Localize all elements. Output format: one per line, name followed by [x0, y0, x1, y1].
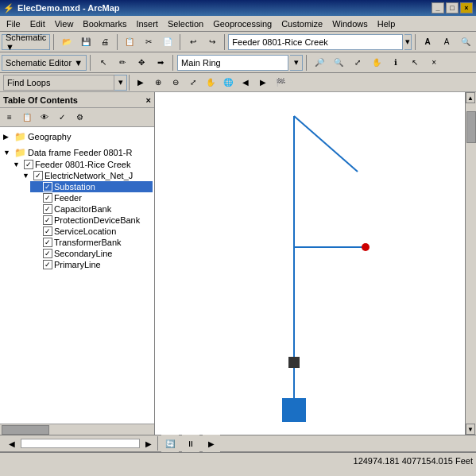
- checkbox-cap[interactable]: ✓: [43, 204, 52, 214]
- checkbox-sub[interactable]: ✓: [43, 182, 52, 192]
- checkbox-trans[interactable]: ✓: [43, 238, 52, 247]
- checkbox-feeder[interactable]: ✓: [43, 193, 52, 203]
- toc-item-substation[interactable]: ✓ Substation: [30, 181, 153, 192]
- toc-item-feeder[interactable]: ✓ Feeder: [30, 192, 153, 203]
- checkbox-svc[interactable]: ✓: [43, 226, 52, 236]
- checkbox-feeder0801[interactable]: ✓: [24, 160, 33, 169]
- toc-item-geography[interactable]: ▶ 📁 Geography: [2, 130, 153, 143]
- open-button[interactable]: 📂: [58, 33, 75, 51]
- scroll-down-button[interactable]: ▼: [466, 424, 475, 435]
- tool-edit[interactable]: ✏: [114, 54, 131, 72]
- zoom-extent-btn[interactable]: ⤢: [349, 54, 366, 72]
- tool-move[interactable]: ✥: [133, 54, 150, 72]
- toc-item-secondaryline[interactable]: ✓ SecondaryLine: [30, 248, 153, 259]
- menu-help[interactable]: Help: [373, 17, 401, 30]
- schematic-line-diag1: [294, 116, 358, 172]
- fl-play[interactable]: ▶: [132, 74, 149, 91]
- app-title: ElecDemo.mxd - ArcMap: [17, 3, 120, 13]
- print-button[interactable]: 🖨: [96, 33, 114, 51]
- main-ring-value: Main Ring: [181, 58, 221, 68]
- identify-btn[interactable]: ℹ: [387, 54, 404, 72]
- map-zoom-next[interactable]: ⏸: [182, 435, 199, 452]
- feeder-dropdown-arrow[interactable]: ▾: [404, 34, 411, 50]
- toc-scroll-right[interactable]: ▶: [140, 436, 157, 451]
- expand-icon-pri: [32, 261, 41, 269]
- menu-selection[interactable]: Selection: [163, 17, 208, 30]
- toc-btn-vis[interactable]: 👁: [37, 110, 52, 126]
- toc-btn-source[interactable]: 📋: [19, 110, 35, 126]
- toc-hscroll-thumb[interactable]: [2, 425, 49, 435]
- close-button[interactable]: ×: [460, 2, 473, 14]
- tool-select[interactable]: ↖: [95, 54, 112, 72]
- menu-geoprocessing[interactable]: Geoprocessing: [208, 17, 277, 30]
- scroll-up-button[interactable]: ▲: [466, 92, 475, 103]
- menu-customize[interactable]: Customize: [277, 17, 327, 30]
- select-btn[interactable]: ↖: [406, 54, 424, 72]
- toc-scroll-left[interactable]: ◀: [3, 436, 21, 451]
- font-button-a2[interactable]: A: [438, 33, 455, 51]
- main-ring-dropdown[interactable]: Main Ring: [177, 55, 288, 71]
- menu-bookmarks[interactable]: Bookmarks: [78, 17, 131, 30]
- checkbox-prot[interactable]: ✓: [43, 215, 52, 225]
- fl-pan[interactable]: ✋: [202, 74, 219, 91]
- transformer-label: TransformerBank: [54, 238, 122, 247]
- tool-arrow[interactable]: ➡: [152, 54, 169, 72]
- schematic-editor-dropdown-button[interactable]: Schematic Editor ▼: [2, 55, 87, 71]
- fl-back[interactable]: ◀: [237, 74, 254, 91]
- fl-flag[interactable]: 🏁: [272, 74, 289, 91]
- toc-hscroll-inner[interactable]: [21, 439, 140, 448]
- toc-btn-sel[interactable]: ✓: [54, 110, 70, 126]
- feeder-dropdown[interactable]: Feeder 0801-Rice Creek: [228, 34, 403, 50]
- map-zoom-prev[interactable]: 🔄: [161, 435, 179, 452]
- pan-btn[interactable]: ✋: [368, 54, 385, 72]
- fl-zoom-extent[interactable]: ⤢: [184, 74, 202, 91]
- checkbox-enet[interactable]: ✓: [33, 171, 43, 180]
- paste-button[interactable]: 📄: [159, 33, 176, 51]
- font-button-a[interactable]: A: [419, 33, 436, 51]
- menu-windows[interactable]: Windows: [327, 17, 373, 30]
- toc-item-dataframe[interactable]: ▼ 📁 Data frame Feeder 0801-R: [2, 146, 153, 159]
- fl-globe[interactable]: 🌐: [219, 74, 237, 91]
- expand-icon-trans: [32, 238, 41, 246]
- toc-item-primaryline[interactable]: ✓ PrimaryLine: [30, 259, 153, 270]
- menu-edit[interactable]: Edit: [25, 17, 50, 30]
- fl-zoom-in[interactable]: ⊕: [149, 74, 167, 91]
- zoom-in-btn[interactable]: 🔎: [311, 54, 328, 72]
- find-loops-arrow[interactable]: ▾: [114, 75, 127, 91]
- search-button[interactable]: 🔍: [457, 33, 474, 51]
- toc-item-electricnet[interactable]: ▼ ✓ ElectricNetwork_Net_J: [21, 170, 153, 181]
- fl-forward[interactable]: ▶: [254, 74, 272, 91]
- toc-btn-options[interactable]: ⚙: [72, 110, 87, 126]
- menu-view[interactable]: View: [50, 17, 79, 30]
- maximize-button[interactable]: □: [446, 2, 459, 14]
- copy-button[interactable]: 📋: [121, 33, 138, 51]
- map-layout-btn[interactable]: ▶: [203, 435, 220, 452]
- menu-insert[interactable]: Insert: [131, 17, 163, 30]
- schematic-dropdown-button[interactable]: Schematic ▼: [2, 34, 50, 50]
- save-button[interactable]: 💾: [77, 33, 95, 51]
- zoom-out-btn[interactable]: 🔍: [330, 54, 347, 72]
- toc-item-transformer[interactable]: ✓ TransformerBank: [30, 237, 153, 248]
- fl-zoom-out[interactable]: ⊖: [167, 74, 184, 91]
- checkbox-pri[interactable]: ✓: [43, 260, 52, 269]
- vertical-scrollbar[interactable]: ▲ ▼: [465, 92, 476, 435]
- toc-item-protection[interactable]: ✓ ProtectionDeviceBank: [30, 215, 153, 226]
- cut-button[interactable]: ✂: [140, 33, 157, 51]
- toc-btn-list[interactable]: ≡: [2, 110, 17, 126]
- checkbox-sec[interactable]: ✓: [43, 249, 52, 258]
- toc-item-capacitor[interactable]: ✓ CapacitorBank: [30, 203, 153, 215]
- title-text: ⚡ ElecDemo.mxd - ArcMap: [3, 3, 120, 14]
- menu-file[interactable]: File: [2, 17, 25, 30]
- redo-button[interactable]: ↪: [203, 33, 221, 51]
- find-loops-dropdown[interactable]: Find Loops: [3, 75, 114, 91]
- toc-item-service[interactable]: ✓ ServiceLocation: [30, 226, 153, 237]
- clear-select-btn[interactable]: ×: [425, 54, 443, 72]
- toc-hscroll[interactable]: [0, 424, 154, 435]
- minimize-button[interactable]: _: [431, 2, 444, 14]
- main-ring-dropdown-arrow[interactable]: ▾: [290, 55, 303, 71]
- toc-close-icon[interactable]: ×: [146, 95, 151, 105]
- undo-button[interactable]: ↩: [184, 33, 202, 51]
- scroll-thumb[interactable]: [466, 111, 476, 143]
- map-area[interactable]: ▲ ▼: [155, 92, 476, 435]
- toc-item-feeder0801[interactable]: ▼ ✓ Feeder 0801-Rice Creek: [11, 159, 153, 170]
